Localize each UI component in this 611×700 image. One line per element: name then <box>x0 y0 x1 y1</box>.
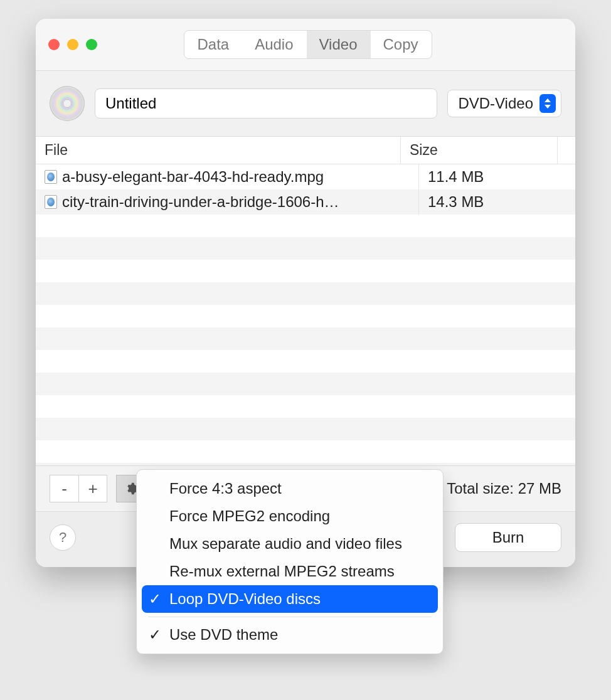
tab-audio[interactable]: Audio <box>242 31 306 58</box>
menu-item-label: Force 4:3 aspect <box>169 480 282 497</box>
disc-header: DVD-Video <box>36 71 575 137</box>
column-size[interactable]: Size <box>400 137 557 164</box>
file-name: a-busy-elegant-bar-4043-hd-ready.mpg <box>62 168 324 186</box>
total-size-label: Total size: 27 MB <box>447 480 561 497</box>
column-file[interactable]: File <box>36 137 400 164</box>
menu-item[interactable]: Mux separate audio and video files <box>142 530 438 558</box>
menu-item-label: Re-mux external MPEG2 streams <box>169 563 395 580</box>
file-size: 11.4 MB <box>418 164 575 189</box>
checkmark-icon: ✓ <box>148 590 162 608</box>
add-button[interactable]: + <box>78 475 107 502</box>
checkmark-icon: ✓ <box>148 626 162 644</box>
tab-video[interactable]: Video <box>307 31 371 58</box>
help-button[interactable]: ? <box>50 524 76 551</box>
video-file-icon <box>45 195 57 209</box>
disc-title-input[interactable] <box>95 88 437 119</box>
close-icon[interactable] <box>48 39 60 50</box>
titlebar: Data Audio Video Copy <box>36 19 575 71</box>
format-select-value: DVD-Video <box>458 95 533 112</box>
mode-tabs: Data Audio Video Copy <box>184 30 432 59</box>
file-name: city-train-driving-under-a-bridge-1606-h… <box>62 193 339 211</box>
menu-item-label: Force MPEG2 encoding <box>169 507 330 525</box>
file-list[interactable]: a-busy-elegant-bar-4043-hd-ready.mpg 11.… <box>36 164 575 465</box>
menu-item-label: Loop DVD-Video discs <box>169 590 321 608</box>
app-window: Data Audio Video Copy DVD-Video File Siz… <box>36 19 575 567</box>
menu-item[interactable]: ✓Use DVD theme <box>142 621 438 649</box>
menu-item-label: Mux separate audio and video files <box>169 535 402 553</box>
minimize-icon[interactable] <box>67 39 78 50</box>
file-size: 14.3 MB <box>418 189 575 215</box>
format-select[interactable]: DVD-Video <box>447 90 561 117</box>
table-row[interactable]: city-train-driving-under-a-bridge-1606-h… <box>36 189 575 215</box>
column-extra <box>557 137 575 164</box>
menu-separator <box>148 617 432 617</box>
burn-button[interactable]: Burn <box>455 523 561 552</box>
file-list-empty <box>36 215 575 465</box>
menu-item[interactable]: Force 4:3 aspect <box>142 475 438 502</box>
remove-button[interactable]: - <box>50 475 78 502</box>
gear-options-menu: Force 4:3 aspectForce MPEG2 encodingMux … <box>136 469 444 654</box>
menu-item[interactable]: Force MPEG2 encoding <box>142 502 438 530</box>
table-header: File Size <box>36 137 575 164</box>
tab-copy[interactable]: Copy <box>371 31 432 58</box>
menu-item-label: Use DVD theme <box>169 626 278 644</box>
menu-item[interactable]: Re-mux external MPEG2 streams <box>142 558 438 585</box>
window-controls <box>48 39 97 50</box>
menu-item[interactable]: ✓Loop DVD-Video discs <box>142 585 438 613</box>
add-remove-group: - + <box>50 475 107 502</box>
zoom-icon[interactable] <box>86 39 97 50</box>
tab-data[interactable]: Data <box>184 31 242 58</box>
video-file-icon <box>45 170 57 184</box>
disc-icon <box>50 86 85 121</box>
chevron-updown-icon <box>539 94 556 113</box>
table-row[interactable]: a-busy-elegant-bar-4043-hd-ready.mpg 11.… <box>36 164 575 189</box>
